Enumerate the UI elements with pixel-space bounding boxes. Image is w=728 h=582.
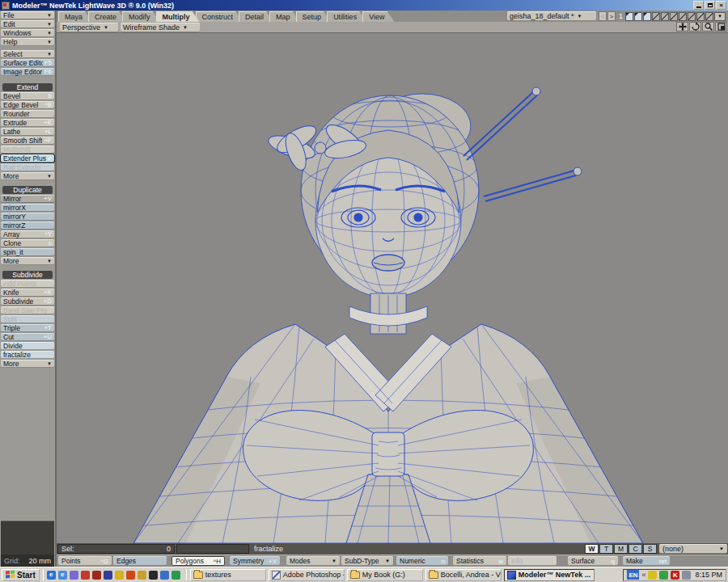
task-button-modeler-newtek[interactable]: Modeler™ NewTek ... xyxy=(504,569,595,581)
tab-detail[interactable]: Detail xyxy=(239,11,273,22)
mirrorx-button[interactable]: mirrorX xyxy=(1,204,54,212)
task-button-textures[interactable]: textures xyxy=(190,569,266,581)
make-button[interactable]: Makeret xyxy=(623,556,670,566)
fractalize-button[interactable]: fractalize xyxy=(1,351,54,359)
task-button-bocelli-andrea-viag[interactable]: Bocelli, Andrea - Viag... xyxy=(425,569,502,581)
preset-list-button[interactable]: ▼ xyxy=(714,12,726,21)
rotate-icon[interactable] xyxy=(689,22,701,32)
preset-box-icon[interactable] xyxy=(643,12,651,21)
selection-set-dropdown[interactable]: (none) ▼ xyxy=(659,544,727,554)
preset-box-icon[interactable] xyxy=(696,12,705,21)
network-icon[interactable] xyxy=(171,571,180,580)
flag-icon[interactable] xyxy=(104,571,112,580)
update-icon[interactable] xyxy=(682,571,691,580)
smooth-shift-button[interactable]: Smooth Shift+F xyxy=(1,137,54,145)
mode-button-m[interactable]: M xyxy=(614,544,628,554)
pan-icon[interactable] xyxy=(676,22,688,32)
shield-icon[interactable] xyxy=(659,571,668,580)
gift-icon[interactable] xyxy=(81,571,90,580)
minimize-button[interactable] xyxy=(693,1,704,10)
menu-edit[interactable]: Edit▼ xyxy=(1,20,54,28)
divide-button[interactable]: Divide xyxy=(1,342,54,350)
subd-type-button[interactable]: SubD-Type▼ xyxy=(341,556,393,566)
select-button[interactable]: Select▼ xyxy=(1,50,54,58)
tab-modify[interactable]: Modify xyxy=(122,11,160,22)
preset-box-icon[interactable] xyxy=(661,12,669,21)
more-button[interactable]: More▼ xyxy=(1,360,54,368)
preset-dropdown[interactable]: geisha_18_default * ▼ xyxy=(507,11,596,21)
task-button-my-book-g[interactable]: My Book (G:) xyxy=(347,569,423,581)
preset-next-button[interactable]: > xyxy=(607,11,616,21)
image-editor-button[interactable]: Image EditorF6 xyxy=(1,68,54,76)
more-button[interactable]: More▼ xyxy=(1,257,54,265)
mode-button-s[interactable]: S xyxy=(643,544,657,554)
tab-map[interactable]: Map xyxy=(269,11,300,22)
opera-icon[interactable] xyxy=(126,571,135,580)
antivirus-icon[interactable]: K xyxy=(671,571,679,580)
extender-plus-button[interactable]: Extender Pluse xyxy=(1,154,54,162)
clone-button[interactable]: Clonec xyxy=(1,239,54,247)
close-button[interactable]: × xyxy=(716,1,726,10)
more-button[interactable]: More▼ xyxy=(1,172,54,180)
package-icon[interactable] xyxy=(92,571,101,580)
preset-box-icon[interactable] xyxy=(652,12,660,21)
preset-box-icon[interactable] xyxy=(670,12,678,21)
extrude-button[interactable]: Extrude+E xyxy=(1,119,54,127)
cut-button[interactable]: Cut+U xyxy=(1,333,54,341)
numeric-button[interactable]: Numericn xyxy=(396,556,448,566)
volume-icon[interactable] xyxy=(648,571,657,580)
knife-button[interactable]: Knife+K xyxy=(1,289,54,297)
array-button[interactable]: Array^Y xyxy=(1,230,54,238)
pen-icon[interactable] xyxy=(138,571,146,580)
polygons-button[interactable]: Polygons^H xyxy=(171,556,225,566)
zoom-icon[interactable] xyxy=(702,22,714,32)
internet-explorer-icon[interactable]: e xyxy=(47,571,56,580)
view-mode-dropdown[interactable]: Perspective ▼ xyxy=(60,23,118,32)
preset-box-icon[interactable] xyxy=(679,12,687,21)
preset-box-icon[interactable] xyxy=(634,12,642,21)
menu-windows[interactable]: Windows▼ xyxy=(1,29,54,37)
messenger-icon[interactable] xyxy=(70,571,78,580)
rounder-button[interactable]: Rounder xyxy=(1,110,54,118)
start-button[interactable]: Start xyxy=(2,569,40,581)
preset-prev-button[interactable]: < xyxy=(599,11,607,21)
tab-view[interactable]: View xyxy=(362,11,394,22)
mirrorz-button[interactable]: mirrorZ xyxy=(1,221,54,230)
surface-editor-button[interactable]: Surface EditorF5 xyxy=(1,59,54,67)
tab-construct[interactable]: Construct xyxy=(196,11,243,22)
edge-bevel-button[interactable]: Edge Bevel^B xyxy=(1,101,54,109)
mirror-button[interactable]: Mirror+V xyxy=(1,195,54,203)
preset-box-icon[interactable] xyxy=(625,12,633,21)
statistics-button[interactable]: Statisticsw xyxy=(453,556,506,566)
preset-box-icon[interactable] xyxy=(688,12,696,21)
chevron-left-icon[interactable]: « xyxy=(641,571,645,579)
symmetry-button[interactable]: Symmetry+Y xyxy=(230,556,280,566)
restore-button[interactable] xyxy=(705,1,715,10)
menu-file[interactable]: File▼ xyxy=(1,11,54,19)
mode-button-w[interactable]: W xyxy=(585,544,599,554)
shade-mode-dropdown[interactable]: Wireframe Shade ▼ xyxy=(121,23,200,32)
disc-icon[interactable] xyxy=(160,571,169,580)
modes-button[interactable]: Modes▼ xyxy=(286,556,340,566)
expand-icon[interactable] xyxy=(715,22,727,32)
tool-icon[interactable] xyxy=(149,571,158,580)
bevel-button[interactable]: Bevelb xyxy=(1,92,54,100)
lathe-button[interactable]: Lathe+L xyxy=(1,128,54,136)
mode-button-c[interactable]: C xyxy=(629,544,642,554)
points-button[interactable]: Points^G xyxy=(58,556,112,566)
perspective-viewport[interactable] xyxy=(57,33,728,543)
tab-setup[interactable]: Setup xyxy=(296,11,332,22)
tab-create[interactable]: Create xyxy=(88,11,126,22)
surface-button[interactable]: Surfaceq xyxy=(568,556,618,566)
edges-button[interactable]: Edges xyxy=(113,556,167,566)
language-indicator[interactable]: EN xyxy=(627,570,639,580)
mirrory-button[interactable]: mirrorY xyxy=(1,213,54,221)
menu-help[interactable]: Help▼ xyxy=(1,38,54,46)
preset-box-icon[interactable] xyxy=(705,12,713,21)
triple-button[interactable]: Triple+T xyxy=(1,324,54,332)
tab-multiply[interactable]: Multiply xyxy=(156,11,200,22)
mode-button-t[interactable]: T xyxy=(599,544,613,554)
tab-utilities[interactable]: Utilities xyxy=(327,11,366,22)
media-icon[interactable] xyxy=(115,571,124,580)
subdivide-button[interactable]: Subdivide+D xyxy=(1,297,54,306)
